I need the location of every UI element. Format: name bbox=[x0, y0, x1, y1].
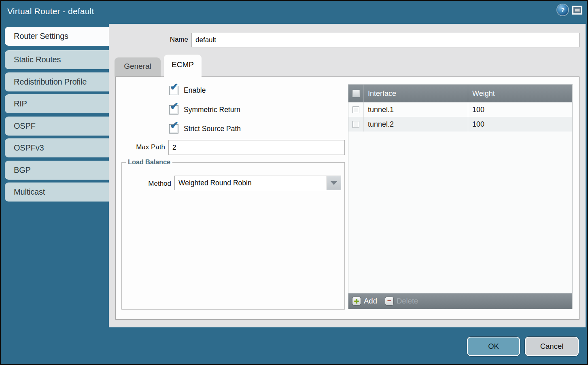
help-glyph: ? bbox=[561, 6, 565, 13]
weight-cell[interactable]: 100 bbox=[468, 117, 572, 132]
method-dropdown[interactable]: Weighted Round Robin bbox=[174, 176, 341, 190]
add-icon: ✚ bbox=[352, 297, 361, 306]
title-bar: Virtual Router - default ? bbox=[1, 1, 587, 23]
ok-button[interactable]: OK bbox=[467, 337, 520, 356]
tab-general[interactable]: General bbox=[115, 57, 161, 76]
row-checkbox[interactable] bbox=[352, 121, 359, 128]
table-row[interactable]: tunnel.1 100 bbox=[348, 102, 572, 117]
check-icon: ✔ bbox=[170, 101, 178, 111]
table-header: Interface Weight bbox=[348, 85, 572, 102]
interface-cell[interactable]: tunnel.2 bbox=[364, 117, 468, 132]
load-balance-group: Load Balance Method Weighted Round Robin bbox=[121, 162, 345, 310]
content-area: Name General ECMP ✔ Enable ✔ Symmetric R… bbox=[109, 24, 586, 327]
row-checkbox-cell bbox=[348, 117, 364, 132]
enable-checkbox-row[interactable]: ✔ Enable bbox=[169, 86, 206, 95]
titlebar-icons: ? bbox=[557, 4, 582, 15]
check-icon: ✔ bbox=[170, 82, 178, 92]
table-row[interactable]: tunnel.2 100 bbox=[348, 117, 572, 132]
name-input[interactable] bbox=[191, 33, 580, 47]
interface-cell[interactable]: tunnel.1 bbox=[364, 102, 468, 117]
sidebar-item-ospfv3[interactable]: OSPFv3 bbox=[5, 138, 109, 157]
strict-source-path-label: Strict Source Path bbox=[184, 125, 241, 133]
restore-glyph bbox=[575, 8, 580, 12]
interface-column-header[interactable]: Interface bbox=[364, 85, 468, 102]
sidebar-item-redistribution-profile[interactable]: Redistribution Profile bbox=[5, 72, 109, 91]
cancel-button[interactable]: Cancel bbox=[525, 337, 579, 356]
delete-button[interactable]: − Delete bbox=[385, 297, 418, 306]
add-button[interactable]: ✚ Add bbox=[352, 297, 377, 306]
symmetric-return-checkbox-row[interactable]: ✔ Symmetric Return bbox=[169, 105, 240, 115]
enable-checkbox[interactable]: ✔ bbox=[169, 86, 178, 95]
virtual-router-dialog: Virtual Router - default ? Router Settin… bbox=[1, 1, 587, 364]
sidebar-item-rip[interactable]: RIP bbox=[5, 94, 109, 113]
sidebar-item-multicast[interactable]: Multicast bbox=[5, 182, 109, 202]
symmetric-return-checkbox[interactable]: ✔ bbox=[169, 105, 178, 115]
dropdown-button[interactable] bbox=[327, 176, 341, 190]
load-balance-legend: Load Balance bbox=[126, 158, 172, 166]
add-label: Add bbox=[364, 297, 377, 306]
weight-column-header[interactable]: Weight bbox=[468, 85, 572, 102]
plus-glyph: ✚ bbox=[354, 298, 359, 304]
minus-glyph: − bbox=[387, 297, 391, 304]
row-checkbox-cell bbox=[348, 102, 364, 117]
check-icon: ✔ bbox=[170, 120, 178, 130]
select-all-cell bbox=[348, 85, 364, 102]
sidebar-item-ospf[interactable]: OSPF bbox=[5, 117, 109, 136]
interface-table: Interface Weight tunnel.1 100 tunnel.2 1… bbox=[348, 84, 573, 309]
sidebar-item-router-settings[interactable]: Router Settings bbox=[5, 27, 109, 46]
delete-label: Delete bbox=[397, 297, 418, 306]
table-toolbar: ✚ Add − Delete bbox=[348, 293, 572, 309]
tab-ecmp[interactable]: ECMP bbox=[164, 55, 202, 77]
method-label: Method bbox=[126, 180, 171, 188]
dialog-title: Virtual Router - default bbox=[7, 6, 94, 16]
row-checkbox[interactable] bbox=[352, 106, 359, 113]
help-icon[interactable]: ? bbox=[557, 4, 568, 15]
max-path-input[interactable] bbox=[168, 140, 345, 155]
max-path-label: Max Path bbox=[125, 143, 165, 151]
enable-label: Enable bbox=[184, 86, 206, 95]
strict-source-path-checkbox-row[interactable]: ✔ Strict Source Path bbox=[169, 124, 241, 134]
chevron-down-icon bbox=[331, 181, 337, 185]
name-label: Name bbox=[109, 36, 188, 44]
method-selected-value: Weighted Round Robin bbox=[178, 179, 252, 187]
restore-window-icon[interactable] bbox=[572, 6, 582, 15]
select-all-checkbox[interactable] bbox=[352, 90, 360, 97]
delete-icon: − bbox=[385, 297, 394, 306]
sidebar-item-static-routes[interactable]: Static Routes bbox=[5, 50, 109, 69]
symmetric-return-label: Symmetric Return bbox=[184, 106, 240, 114]
weight-cell[interactable]: 100 bbox=[468, 102, 572, 117]
ecmp-panel: ✔ Enable ✔ Symmetric Return ✔ Strict Sou… bbox=[115, 76, 580, 320]
strict-source-path-checkbox[interactable]: ✔ bbox=[169, 124, 178, 134]
sidebar-item-bgp[interactable]: BGP bbox=[5, 161, 109, 180]
